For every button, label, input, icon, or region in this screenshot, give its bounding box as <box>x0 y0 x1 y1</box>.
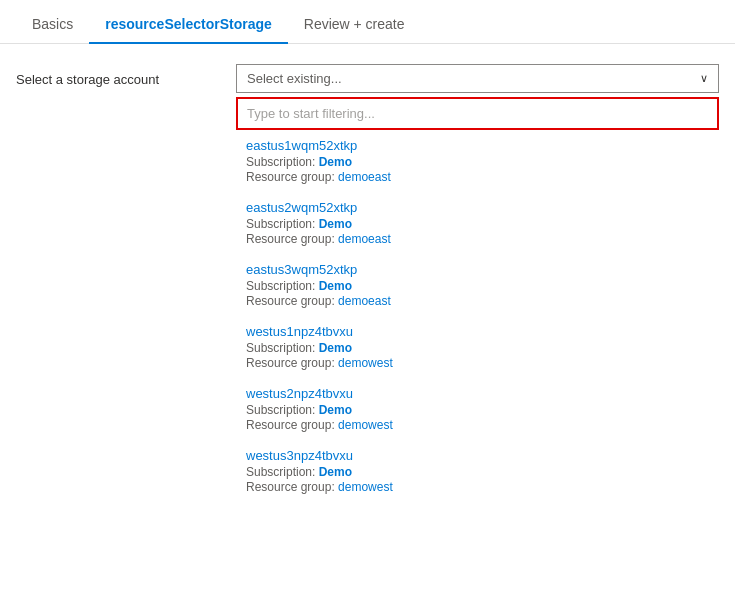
tab-basics[interactable]: Basics <box>16 6 89 44</box>
account-name: eastus3wqm52xtkp <box>246 262 709 277</box>
list-item[interactable]: westus1npz4tbvxuSubscription: DemoResour… <box>236 316 719 378</box>
label-column: Select a storage account <box>16 64 216 502</box>
account-name: westus3npz4tbvxu <box>246 448 709 463</box>
account-name: westus2npz4tbvxu <box>246 386 709 401</box>
list-item[interactable]: westus3npz4tbvxuSubscription: DemoResour… <box>236 440 719 502</box>
storage-account-label: Select a storage account <box>16 72 159 87</box>
resource-group-line: Resource group: demowest <box>246 480 709 494</box>
filter-input[interactable] <box>239 100 716 127</box>
account-name: eastus1wqm52xtkp <box>246 138 709 153</box>
tab-reviewCreate[interactable]: Review + create <box>288 6 421 44</box>
resource-group-line: Resource group: demoeast <box>246 294 709 308</box>
account-name: westus1npz4tbvxu <box>246 324 709 339</box>
tab-resourceSelectorStorage[interactable]: resourceSelectorStorage <box>89 6 288 44</box>
subscription-line: Subscription: Demo <box>246 465 709 479</box>
storage-dropdown[interactable]: Select existing... ∨ <box>236 64 719 93</box>
subscription-line: Subscription: Demo <box>246 403 709 417</box>
resource-group-line: Resource group: demowest <box>246 356 709 370</box>
tab-bar: BasicsresourceSelectorStorageReview + cr… <box>0 0 735 44</box>
subscription-line: Subscription: Demo <box>246 279 709 293</box>
subscription-line: Subscription: Demo <box>246 217 709 231</box>
filter-input-wrapper <box>236 97 719 130</box>
subscription-line: Subscription: Demo <box>246 341 709 355</box>
dropdown-placeholder: Select existing... <box>247 71 342 86</box>
list-item[interactable]: eastus2wqm52xtkpSubscription: DemoResour… <box>236 192 719 254</box>
control-column: Select existing... ∨ eastus1wqm52xtkpSub… <box>236 64 719 502</box>
dropdown-wrapper: Select existing... ∨ <box>236 64 719 93</box>
chevron-down-icon: ∨ <box>700 72 708 85</box>
subscription-line: Subscription: Demo <box>246 155 709 169</box>
storage-account-list: eastus1wqm52xtkpSubscription: DemoResour… <box>236 130 719 502</box>
account-name: eastus2wqm52xtkp <box>246 200 709 215</box>
resource-group-line: Resource group: demowest <box>246 418 709 432</box>
list-item[interactable]: eastus1wqm52xtkpSubscription: DemoResour… <box>236 130 719 192</box>
list-item[interactable]: westus2npz4tbvxuSubscription: DemoResour… <box>236 378 719 440</box>
list-item[interactable]: eastus3wqm52xtkpSubscription: DemoResour… <box>236 254 719 316</box>
main-content: Select a storage account Select existing… <box>0 44 735 522</box>
resource-group-line: Resource group: demoeast <box>246 170 709 184</box>
resource-group-line: Resource group: demoeast <box>246 232 709 246</box>
